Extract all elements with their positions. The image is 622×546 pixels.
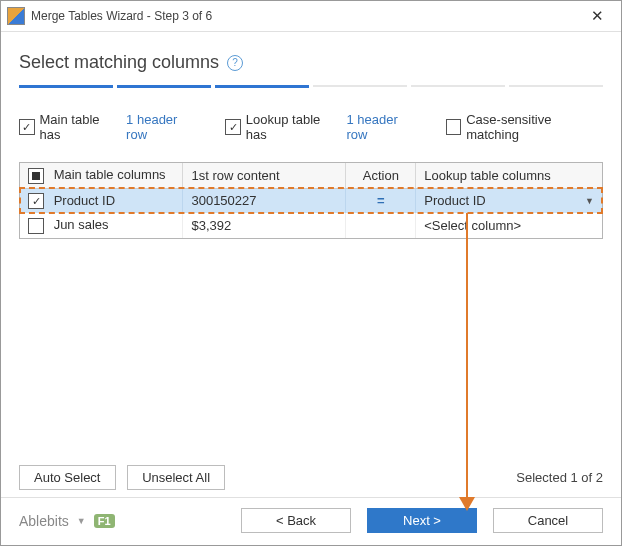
brand-label[interactable]: Ablebits (19, 513, 69, 529)
back-button[interactable]: < Back (241, 508, 351, 533)
checkbox-icon (225, 119, 241, 135)
row-main-col: Jun sales (54, 217, 109, 232)
checkbox-icon (19, 119, 35, 135)
table-header-firstrow: 1st row content (183, 163, 346, 188)
row-firstrow: 300150227 (183, 188, 346, 213)
f1-help-badge[interactable]: F1 (94, 514, 115, 528)
table-header-main: Main table columns (54, 167, 166, 182)
wizard-progress (19, 85, 603, 88)
table-header-action: Action (346, 163, 416, 188)
row-checkbox[interactable] (28, 218, 44, 234)
page-title: Select matching columns (19, 52, 219, 73)
cancel-button[interactable]: Cancel (493, 508, 603, 533)
columns-table: Main table columns 1st row content Actio… (19, 162, 603, 239)
main-header-rows-link[interactable]: 1 header row (126, 112, 199, 142)
lookup-column-value: <Select column> (424, 218, 521, 233)
close-icon[interactable]: ✕ (579, 2, 615, 30)
row-main-col: Product ID (54, 193, 115, 208)
app-icon (7, 7, 25, 25)
table-row[interactable]: Jun sales $3,392 <Select column> (20, 213, 602, 238)
case-sensitive-label: Case-sensitive matching (466, 112, 603, 142)
row-firstrow: $3,392 (183, 213, 346, 238)
selection-status: Selected 1 of 2 (516, 470, 603, 485)
help-icon[interactable]: ? (227, 55, 243, 71)
checkbox-icon (446, 119, 462, 135)
case-sensitive-option[interactable]: Case-sensitive matching (446, 112, 603, 142)
table-header-lookup: Lookup table columns (416, 163, 602, 188)
chevron-down-icon: ▼ (77, 516, 86, 526)
row-action: = (354, 193, 407, 208)
lookup-header-rows-option[interactable]: Lookup table has 1 header row (225, 112, 419, 142)
lookup-column-select[interactable]: <Select column> (424, 218, 594, 233)
table-row[interactable]: Product ID 300150227 = Product ID ▼ (20, 188, 602, 213)
lookup-header-rows-link[interactable]: 1 header row (346, 112, 419, 142)
lookup-column-select[interactable]: Product ID ▼ (424, 193, 594, 208)
lookup-column-value: Product ID (424, 193, 485, 208)
main-header-rows-option[interactable]: Main table has 1 header row (19, 112, 199, 142)
lookup-header-rows-label: Lookup table has (246, 112, 342, 142)
main-header-rows-label: Main table has (40, 112, 122, 142)
next-button[interactable]: Next > (367, 508, 477, 533)
select-all-checkbox[interactable] (28, 168, 44, 184)
chevron-down-icon: ▼ (585, 196, 594, 206)
row-checkbox[interactable] (28, 193, 44, 209)
window-title: Merge Tables Wizard - Step 3 of 6 (31, 9, 579, 23)
